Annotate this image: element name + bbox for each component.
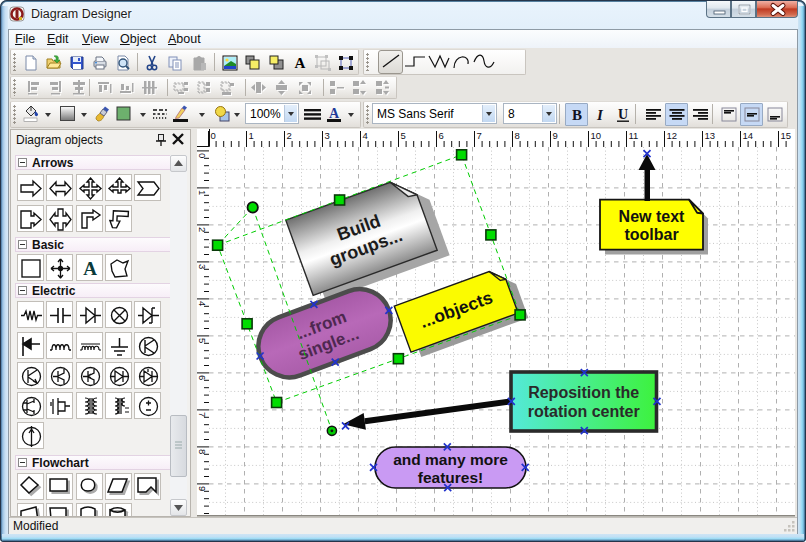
svg-text:9: 9 (197, 486, 208, 491)
svg-text:14: 14 (743, 130, 754, 141)
svg-text:9: 9 (553, 130, 558, 141)
svg-text:features!: features! (418, 469, 483, 486)
svg-text:rotation center: rotation center (528, 403, 640, 420)
svg-text:2: 2 (197, 227, 208, 232)
svg-text:15: 15 (781, 130, 792, 141)
svg-text:3: 3 (197, 264, 208, 269)
svg-text:11: 11 (629, 130, 639, 141)
svg-text:1: 1 (249, 130, 254, 141)
svg-text:4: 4 (363, 130, 368, 141)
svg-text:A: A (329, 106, 340, 121)
svg-text:8: 8 (515, 130, 520, 141)
svg-text:2: 2 (287, 130, 292, 141)
svg-text:6: 6 (197, 375, 208, 380)
svg-text:8: 8 (197, 449, 208, 454)
svg-text:13: 13 (705, 130, 716, 141)
svg-text:0: 0 (211, 130, 216, 141)
svg-text:Reposition the: Reposition the (528, 384, 639, 401)
svg-text:A: A (83, 258, 97, 279)
svg-text:and many more: and many more (393, 451, 508, 468)
svg-text:6: 6 (439, 130, 444, 141)
svg-text:1: 1 (197, 190, 208, 195)
svg-text:New text: New text (619, 208, 685, 225)
svg-text:A: A (294, 55, 305, 71)
svg-text:0: 0 (197, 153, 208, 158)
svg-text:I: I (596, 107, 604, 123)
svg-text:7: 7 (197, 412, 208, 417)
svg-text:4: 4 (197, 301, 208, 306)
svg-text:7: 7 (477, 130, 482, 141)
svg-text:3: 3 (325, 130, 330, 141)
svg-text:B: B (571, 107, 581, 123)
svg-text:10: 10 (591, 130, 602, 141)
svg-text:12: 12 (667, 130, 678, 141)
svg-text:5: 5 (401, 130, 406, 141)
svg-text:U: U (617, 107, 627, 122)
svg-text:5: 5 (197, 338, 208, 343)
svg-text:toolbar: toolbar (624, 226, 678, 243)
